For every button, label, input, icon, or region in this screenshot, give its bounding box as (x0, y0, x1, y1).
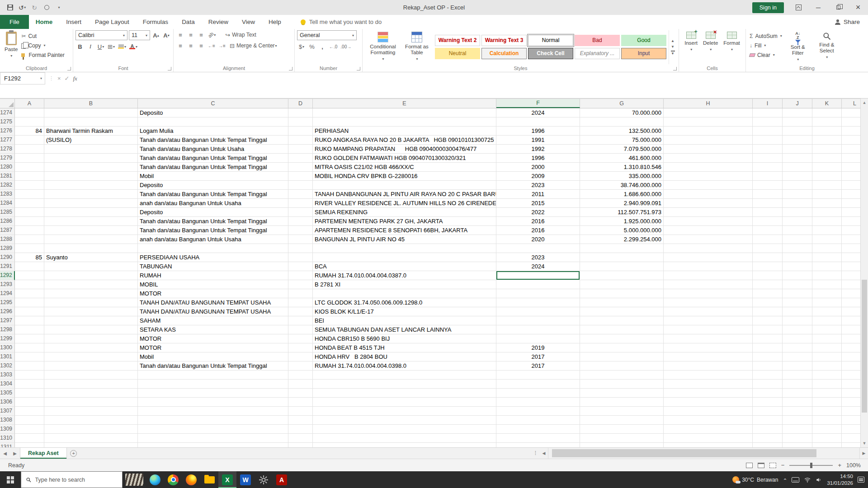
cell-E1297[interactable]: BEI (313, 316, 496, 325)
cell-F1293[interactable] (496, 280, 580, 289)
cell-style-good[interactable]: Good (621, 35, 666, 46)
cell-C1284[interactable]: anah dan/atau Bangunan Untuk Usaha (138, 199, 288, 208)
cell-B1307[interactable] (44, 407, 138, 416)
cell-H1307[interactable] (664, 407, 753, 416)
cell-F1285[interactable]: 2022 (496, 208, 580, 217)
cell-B1296[interactable] (44, 307, 138, 316)
cell-J1311[interactable] (783, 443, 812, 447)
font-name-combo[interactable]: Calibri▾ (75, 30, 127, 40)
cell-K1277[interactable] (812, 136, 842, 145)
merge-center-button[interactable]: ⊟Merge & Center▾ (229, 41, 278, 50)
speaker-icon[interactable] (816, 477, 822, 483)
row-header-1274[interactable]: 1274 (0, 108, 15, 117)
cell-E1278[interactable]: RUKO MAMPANG PRAPATAN HGB 09040000300476… (313, 145, 496, 154)
cell-B1303[interactable] (44, 371, 138, 380)
vertical-scroll-thumb[interactable] (862, 280, 867, 413)
cell-D1286[interactable] (288, 217, 313, 226)
taskbar-app-settings[interactable] (255, 471, 273, 488)
cell-D1308[interactable] (288, 416, 313, 425)
cell-B1275[interactable] (44, 117, 138, 127)
undo-button[interactable]: ↺▾ (17, 2, 28, 13)
redo-button[interactable]: ↻ (29, 2, 40, 13)
cell-A1284[interactable] (15, 199, 44, 208)
cell-F1291[interactable]: 2024 (496, 262, 580, 271)
italic-button[interactable]: I (86, 42, 95, 51)
cell-C1281[interactable]: Mobil (138, 172, 288, 181)
sheet-tab-rekap-aset[interactable]: Rekap Aset (20, 448, 67, 459)
cell-K1275[interactable] (812, 117, 842, 127)
cell-E1289[interactable] (313, 244, 496, 253)
cell-C1307[interactable] (138, 407, 288, 416)
cell-C1278[interactable]: Tanah dan/atau Bangunan Untuk Usaha (138, 145, 288, 154)
cell-H1309[interactable] (664, 425, 753, 434)
format-as-table-button[interactable]: Format as Table ▾ (401, 30, 433, 64)
cell-D1294[interactable] (288, 289, 313, 298)
cell-B1274[interactable] (44, 108, 138, 117)
cell-style-check-cell[interactable]: Check Cell (528, 48, 573, 59)
zoom-out-button[interactable]: − (781, 462, 785, 469)
cell-B1285[interactable] (44, 208, 138, 217)
number-format-combo[interactable]: General▾ (297, 30, 357, 40)
keyboard-icon[interactable] (792, 477, 799, 483)
cell-D1302[interactable] (288, 361, 313, 371)
cell-F1297[interactable] (496, 316, 580, 325)
cell-H1286[interactable] (664, 217, 753, 226)
cell-B1298[interactable] (44, 325, 138, 334)
cell-K1309[interactable] (812, 425, 842, 434)
cell-D1282[interactable] (288, 181, 313, 190)
font-color-button[interactable]: A▾ (128, 42, 138, 51)
cell-G1281[interactable]: 335.000.000 (580, 172, 664, 181)
cell-A1290[interactable]: 85 (15, 253, 44, 262)
ribbon-tab-insert[interactable]: Insert (59, 15, 88, 29)
row-header-1298[interactable]: 1298 (0, 325, 15, 334)
cell-H1289[interactable] (664, 244, 753, 253)
insert-function-button[interactable]: fx (73, 75, 77, 82)
bottom-align-button[interactable]: ≡ (197, 30, 206, 39)
cell-E1286[interactable]: PARTEMEN MENTENG PARK 27 GH, JAKARTA (313, 217, 496, 226)
cell-E1295[interactable]: LTC GLODOK 31.74.050.006.009.1298.0 (313, 298, 496, 307)
formula-input[interactable] (81, 72, 868, 84)
cell-G1299[interactable] (580, 334, 664, 343)
row-header-1283[interactable]: 1283 (0, 190, 15, 199)
cell-J1291[interactable] (783, 262, 812, 271)
cell-H1284[interactable] (664, 199, 753, 208)
cell-F1300[interactable]: 2019 (496, 343, 580, 352)
cell-K1291[interactable] (812, 262, 842, 271)
cell-J1280[interactable] (783, 163, 812, 172)
bold-button[interactable]: B (75, 42, 85, 51)
cell-E1306[interactable] (313, 398, 496, 407)
cell-H1298[interactable] (664, 325, 753, 334)
new-sheet-button[interactable]: + (67, 448, 80, 459)
cell-C1302[interactable]: Tanah dan/atau Bangunan Untuk Tempat Tin… (138, 361, 288, 371)
row-header-1281[interactable]: 1281 (0, 172, 15, 181)
cell-C1289[interactable] (138, 244, 288, 253)
cell-C1297[interactable]: SAHAM (138, 316, 288, 325)
cell-A1308[interactable] (15, 416, 44, 425)
row-header-1288[interactable]: 1288 (0, 235, 15, 244)
cell-A1311[interactable] (15, 443, 44, 447)
cell-J1295[interactable] (783, 298, 812, 307)
cell-I1307[interactable] (753, 407, 783, 416)
cell-F1283[interactable]: 2011 (496, 190, 580, 199)
restore-button[interactable] (828, 0, 848, 15)
cell-C1283[interactable]: Tanah dan/atau Bangunan Untuk Tempat Tin… (138, 190, 288, 199)
find-select-button[interactable]: Find & Select ▾ (812, 30, 841, 64)
cell-J1285[interactable] (783, 208, 812, 217)
cell-J1306[interactable] (783, 398, 812, 407)
cell-F1292[interactable] (496, 271, 580, 280)
cell-D1306[interactable] (288, 398, 313, 407)
cell-style-warning-text-3[interactable]: Warning Text 3 (481, 35, 527, 46)
cell-B1310[interactable] (44, 434, 138, 443)
cell-J1278[interactable] (783, 145, 812, 154)
cell-H1279[interactable] (664, 154, 753, 163)
row-header-1277[interactable]: 1277 (0, 136, 15, 145)
cell-E1280[interactable]: MITRA OASIS C21/02 HGB 466/XX/C (313, 163, 496, 172)
cell-E1283[interactable]: TANAH DANBANGUNAN JL PINTU AIR RAYA NO 2… (313, 190, 496, 199)
row-header-1307[interactable]: 1307 (0, 407, 15, 416)
cell-B1311[interactable] (44, 443, 138, 447)
accounting-format-button[interactable]: $▾ (297, 42, 306, 51)
cell-I1293[interactable] (753, 280, 783, 289)
column-header-A[interactable]: A (15, 99, 44, 108)
row-header-1293[interactable]: 1293 (0, 280, 15, 289)
ribbon-tab-page-layout[interactable]: Page Layout (88, 15, 136, 29)
